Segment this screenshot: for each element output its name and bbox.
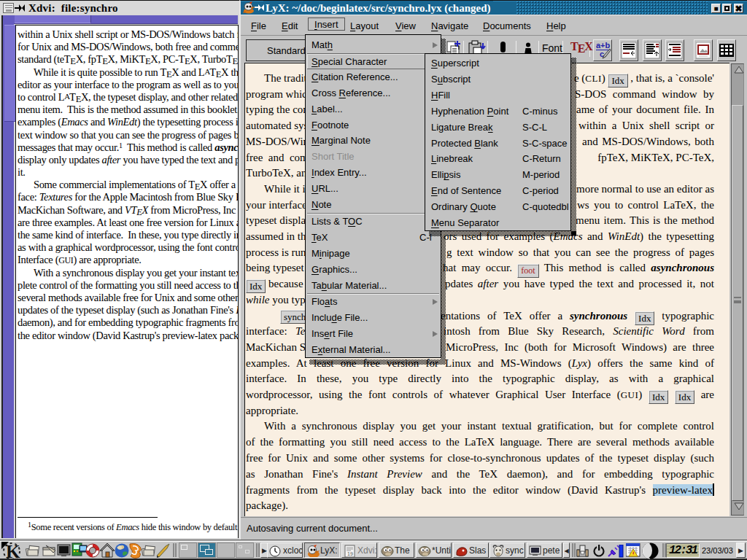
svg-text:19: 19 <box>347 551 353 556</box>
svg-text:K: K <box>6 542 20 560</box>
